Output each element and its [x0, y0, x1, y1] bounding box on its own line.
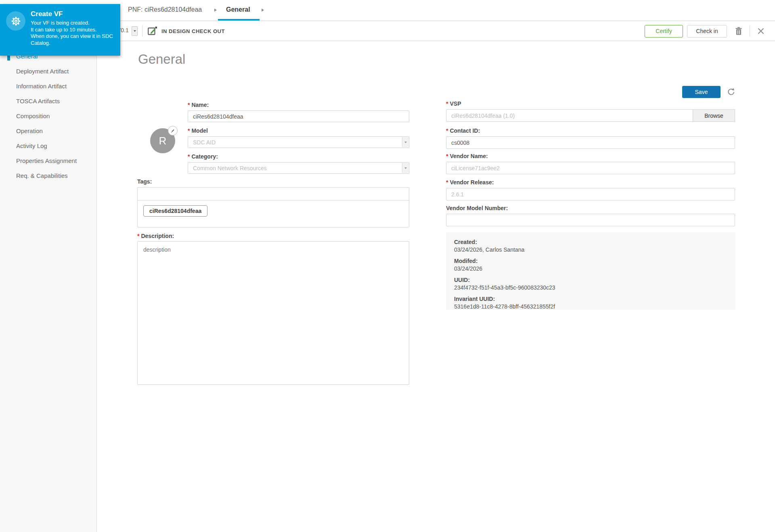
vsp-label: *VSP	[446, 100, 461, 107]
sidebar-item-deployment-artifact[interactable]: Deployment Artifact	[0, 64, 96, 79]
save-button[interactable]: Save	[682, 86, 721, 98]
tab-caret-icon	[262, 8, 264, 12]
tag-chip[interactable]: ciRes6d28104dfeaa	[143, 205, 207, 217]
sidebar-item-properties-assignment[interactable]: Properties Assignment	[0, 153, 96, 168]
close-icon[interactable]	[756, 25, 766, 38]
metadata-box: Created: 03/24/2026, Carlos Santana Modi…	[446, 232, 735, 310]
tab-general[interactable]: General	[226, 6, 250, 13]
model-label: *Model	[188, 127, 208, 134]
vendor-name-input	[446, 162, 735, 174]
dropdown-arrow-icon	[402, 137, 408, 147]
browse-button[interactable]: Browse	[693, 109, 735, 122]
breadcrumb-caret-icon	[214, 8, 217, 12]
vsp-input	[446, 109, 693, 122]
toolbar-divider	[750, 25, 750, 37]
toolbar: V0.1 IN DESIGN CHECK OUT Certify Check i…	[97, 21, 775, 41]
checkin-button[interactable]: Check in	[687, 25, 727, 38]
sidebar-nav: General Deployment Artifact Information …	[0, 21, 97, 532]
vendor-release-label: *Vendor Release:	[446, 179, 494, 186]
avatar-edit-icon[interactable]	[168, 126, 178, 136]
vendor-name-label: *Vendor Name:	[446, 153, 488, 159]
name-input[interactable]	[188, 111, 409, 122]
sidebar-item-req-capabilities[interactable]: Req. & Capabilities	[0, 168, 96, 183]
category-select[interactable]: Common Network Resources	[188, 162, 409, 174]
meta-invariant-uuid: Invariant UUID: 5316e1d8-11c8-4278-8bff-…	[454, 295, 727, 311]
version-dropdown[interactable]	[132, 26, 138, 36]
breadcrumb[interactable]: PNF: ciRes6d28104dfeaa	[128, 6, 202, 13]
sidebar-item-information-artifact[interactable]: Information Artifact	[0, 79, 96, 94]
tags-box: ciRes6d28104dfeaa	[137, 187, 409, 227]
description-label: *Description:	[137, 233, 174, 239]
description-input[interactable]: description	[137, 241, 409, 385]
tags-label: Tags:	[137, 178, 152, 185]
create-vf-toast[interactable]: Create VF Your VF is being created. It c…	[0, 4, 120, 56]
toast-title: Create VF	[31, 10, 115, 18]
lifecycle-status-label: IN DESIGN CHECK OUT	[161, 28, 225, 34]
vendor-model-number-label: Vendor Model Number:	[446, 205, 508, 211]
vendor-release-input	[446, 188, 735, 200]
sidebar-item-activity-log[interactable]: Activity Log	[0, 138, 96, 153]
model-select[interactable]: SDC AID	[188, 136, 409, 148]
refresh-icon[interactable]	[727, 87, 735, 97]
general-panel: General Save R *Name: *Model SDC AID *Ca…	[97, 41, 775, 532]
sidebar-item-composition[interactable]: Composition	[0, 108, 96, 123]
trash-icon[interactable]	[733, 25, 744, 38]
page-title: General	[138, 52, 185, 67]
toast-body: Your VF is being created. It can take up…	[31, 20, 115, 47]
toolbar-divider	[142, 25, 142, 37]
tags-input[interactable]	[138, 188, 409, 200]
dropdown-arrow-icon	[402, 163, 408, 173]
contact-id-input[interactable]	[446, 136, 735, 149]
gear-icon	[6, 11, 25, 31]
certify-button[interactable]: Certify	[645, 25, 683, 38]
meta-created: Created: 03/24/2026, Carlos Santana	[454, 238, 727, 254]
meta-uuid: UUID: 234f4732-f51f-45a3-bf5c-960083230c…	[454, 276, 727, 292]
vendor-model-number-input[interactable]	[446, 214, 735, 226]
active-tab-underline	[218, 19, 260, 21]
category-label: *Category:	[188, 153, 218, 160]
meta-modified: Modifed: 03/24/2026	[454, 257, 727, 273]
checkout-edit-icon	[147, 26, 157, 38]
name-label: *Name:	[188, 102, 209, 108]
sidebar-item-tosca-artifacts[interactable]: TOSCA Artifacts	[0, 94, 96, 108]
contact-id-label: *Contact ID:	[446, 127, 480, 134]
sidebar-item-operation[interactable]: Operation	[0, 123, 96, 138]
